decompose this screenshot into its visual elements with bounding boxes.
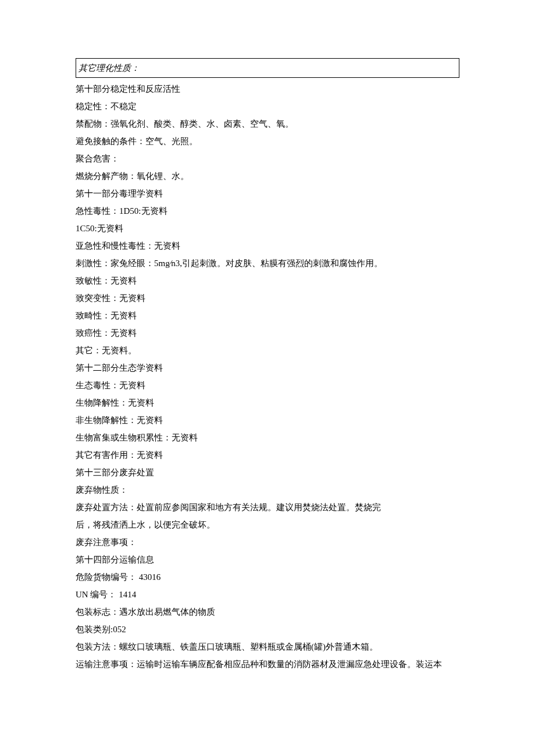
document-line: 1C50:无资料 (76, 220, 459, 237)
document-line: 第十四部分运输信息 (76, 551, 459, 568)
document-line: 非生物降解性：无资料 (76, 411, 459, 429)
document-line: UN 编号： 1414 (76, 586, 459, 603)
document-line: 急性毒性：1D50:无资料 (76, 202, 459, 220)
document-line: 刺激性：家兔经眼：5mg∕n3,引起刺激。对皮肤、粘膜有强烈的刺激和腐蚀作用。 (76, 255, 459, 272)
document-line: 包装标志：遇水放出易燃气体的物质 (76, 603, 459, 621)
document-line: 致突变性：无资料 (76, 289, 459, 307)
document-line: 运输注意事项：运输时运输车辆应配备相应品种和数量的消防器材及泄漏应急处理设备。装… (76, 655, 459, 673)
document-line: 危险货物编号： 43016 (76, 568, 459, 586)
document-line: 第十二部分生态学资料 (76, 359, 459, 377)
document-body: 第十部分稳定性和反应活性稳定性：不稳定禁配物：强氧化剂、酸类、醇类、水、卤素、空… (76, 80, 459, 673)
document-line: 禁配物：强氧化剂、酸类、醇类、水、卤素、空气、氧。 (76, 115, 459, 132)
document-line: 亚急性和慢性毒性：无资料 (76, 237, 459, 255)
document-line: 生物降解性：无资料 (76, 394, 459, 411)
document-line: 包装类别:052 (76, 621, 459, 638)
document-line: 第十三部分废弃处置 (76, 464, 459, 481)
document-line: 后，将残渣洒上水，以便完全破坏。 (76, 516, 459, 533)
document-line: 第十一部分毒理学资料 (76, 185, 459, 202)
document-line: 致畸性：无资料 (76, 307, 459, 324)
document-line: 稳定性：不稳定 (76, 98, 459, 115)
boxed-property-text: 其它理化性质： (79, 63, 140, 73)
document-line: 生物富集或生物积累性：无资料 (76, 429, 459, 446)
document-line: 燃烧分解产物：氧化锂、水。 (76, 167, 459, 185)
document-line: 废弃注意事项： (76, 533, 459, 551)
document-line: 聚合危害： (76, 150, 459, 167)
document-line: 其它：无资料。 (76, 342, 459, 359)
document-line: 生态毒性：无资料 (76, 377, 459, 394)
document-line: 避免接触的条件：空气、光照。 (76, 132, 459, 150)
document-line: 其它有害作用：无资料 (76, 446, 459, 464)
document-line: 废弃物性质： (76, 481, 459, 499)
boxed-property-row: 其它理化性质： (76, 58, 459, 78)
document-line: 包装方法：螺纹口玻璃瓶、铁盖压口玻璃瓶、塑料瓶或金属桶(罐)外普通木箱。 (76, 638, 459, 655)
document-line: 第十部分稳定性和反应活性 (76, 80, 459, 98)
document-line: 致敏性：无资料 (76, 272, 459, 289)
document-line: 致癌性：无资料 (76, 324, 459, 342)
document-line: 废弃处置方法：处置前应参阅国家和地方有关法规。建议用焚烧法处置。焚烧完 (76, 499, 459, 516)
